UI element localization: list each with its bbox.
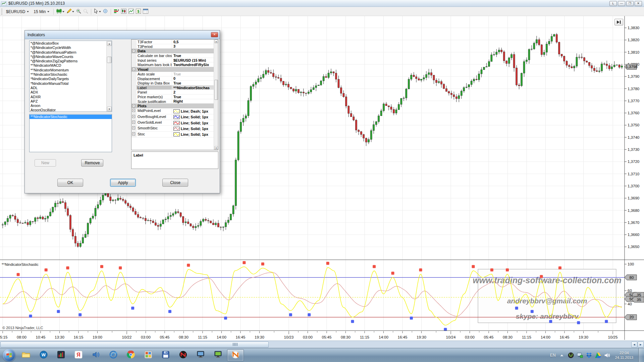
taskbar-chrome[interactable] xyxy=(122,349,139,361)
indicator-list-item[interactable]: Aroon xyxy=(30,104,106,108)
property-row-t3period[interactable]: T3Period3 xyxy=(131,44,214,49)
expand-icon[interactable]: + xyxy=(132,109,135,112)
property-row-display-in-data-box[interactable]: Display in Data BoxTrue xyxy=(131,81,214,85)
dialog-close-button[interactable]: ✕ xyxy=(211,32,218,37)
property-row-input-series[interactable]: Input series$EURUSD (15 Min) xyxy=(131,58,214,63)
property-value[interactable]: 3 xyxy=(172,44,214,49)
property-group-plots[interactable]: −Plots xyxy=(131,104,214,108)
taskbar-ninjatrader-control[interactable] xyxy=(53,349,69,361)
indicator-list-item[interactable]: *@NindicatorZigZagPatterns xyxy=(30,59,106,63)
minimize-button[interactable]: — xyxy=(618,1,625,6)
property-row-t3factor[interactable]: T3Factor0,5 xyxy=(131,40,214,44)
network-tray-icon[interactable] xyxy=(577,352,583,358)
property-row-midpointlevel[interactable]: +MidPointLevelLine; Dash; 1px xyxy=(131,108,214,114)
remove-button[interactable]: Remove xyxy=(81,159,103,167)
zoom-out-button[interactable] xyxy=(82,8,89,15)
property-value[interactable]: 0 xyxy=(172,76,214,81)
property-value[interactable]: $EURUSD (15 Min) xyxy=(172,58,214,62)
taskbar-clock[interactable]: 22:04 24.11.2013 xyxy=(613,351,635,360)
property-group-visual[interactable]: −Visual xyxy=(131,67,214,72)
instrument-selector[interactable]: $EURUSD xyxy=(4,8,31,15)
property-value[interactable]: Right xyxy=(172,99,214,104)
zoom-region-button[interactable] xyxy=(102,8,109,15)
indicator-list-item[interactable]: *NindicatorDailyTargets xyxy=(30,77,106,81)
property-value[interactable]: Line; Dash; 1px xyxy=(172,108,214,114)
scroll-left-button[interactable]: ◄ xyxy=(631,342,637,348)
google-drive-tray-icon[interactable] xyxy=(595,352,601,358)
selected-indicator-item[interactable]: *^NindicatorStochastic xyxy=(30,115,112,119)
indicator-list-item[interactable]: *@NindicatorBox xyxy=(30,41,106,46)
expand-icon[interactable]: + xyxy=(132,121,135,124)
indicator-list-item[interactable]: *@NindicatorManualPattern xyxy=(30,50,106,55)
taskbar-app-mosaic[interactable] xyxy=(140,349,157,361)
property-value[interactable]: True xyxy=(172,72,214,76)
property-row-maximum-bars-look-back[interactable]: Maximum bars look backTwoHundredFiftySix xyxy=(131,62,214,67)
toolbar-grip[interactable] xyxy=(1,9,2,15)
property-row-calculate-on-bar-close[interactable]: Calculate on bar closeTrue xyxy=(131,53,214,58)
property-row-oversoldlevel[interactable]: +OverSoldLevelLine; Solid; 1px xyxy=(131,120,214,126)
taskbar-yandex[interactable]: Я xyxy=(70,349,87,361)
property-value[interactable]: *^NindicatorStochas xyxy=(172,85,214,90)
collapse-icon[interactable]: − xyxy=(132,68,135,71)
line-chart-button[interactable] xyxy=(127,8,135,15)
taskbar-remote-desktop[interactable] xyxy=(192,349,209,361)
taskbar-sound-app[interactable] xyxy=(88,349,104,361)
property-row-scale-justification[interactable]: Scale justificationRight xyxy=(131,99,214,104)
taskbar-save-app[interactable] xyxy=(157,349,174,361)
property-row-panel[interactable]: Panel2 xyxy=(131,90,214,95)
market-analyzer-button[interactable] xyxy=(113,8,120,15)
indicator-list-item[interactable]: *^NindicatorStochastic xyxy=(30,72,106,77)
property-grid-scrollbar[interactable]: ▲ ▼ xyxy=(214,40,218,150)
language-indicator[interactable]: EN xyxy=(550,353,556,358)
indicator-list-item[interactable]: *NindicatorManualTotal xyxy=(30,81,106,86)
zoom-in-button[interactable] xyxy=(75,8,82,15)
property-value[interactable]: Line; Solid; 1px xyxy=(172,114,214,120)
indicator-list-item[interactable]: AroonOscillator xyxy=(30,108,106,112)
utorrent-tray-icon[interactable] xyxy=(568,352,574,358)
property-value[interactable]: True xyxy=(172,81,214,85)
scrollbar-thumb[interactable] xyxy=(214,80,218,100)
indicator-list-item[interactable]: *^NindicatorMomentum xyxy=(30,68,106,72)
expand-icon[interactable]: + xyxy=(132,115,135,118)
dialog-titlebar[interactable]: Indicators xyxy=(25,31,220,39)
property-value[interactable]: TwoHundredFiftySix xyxy=(172,62,214,67)
start-button[interactable] xyxy=(3,349,15,362)
dialog-close-action-button[interactable]: Close xyxy=(162,179,188,187)
dropbox-tray-icon[interactable] xyxy=(586,352,592,358)
property-row-stoc[interactable]: +StocLine; Solid; 1px xyxy=(131,132,214,137)
property-row-auto-scale[interactable]: Auto scaleTrue xyxy=(131,72,214,76)
property-value[interactable]: Line; Solid; 1px xyxy=(172,132,214,137)
property-value[interactable]: True xyxy=(172,95,214,99)
indicator-list-item[interactable]: ADX xyxy=(30,90,106,95)
data-grid-button[interactable] xyxy=(142,8,149,15)
property-row-overboughtlevel[interactable]: +OverBoughtLevelLine; Solid; 1px xyxy=(131,114,214,120)
property-value[interactable]: 0,5 xyxy=(172,40,214,44)
language-caption-button[interactable]: L xyxy=(609,1,617,6)
taskbar-ninjatrader-chart[interactable] xyxy=(227,349,244,361)
property-value[interactable]: 2 xyxy=(172,90,214,94)
scroll-down-icon[interactable]: ▼ xyxy=(214,146,218,150)
scroll-right-button[interactable]: ► xyxy=(638,342,644,348)
show-desktop-button[interactable] xyxy=(638,348,643,362)
expand-icon[interactable]: + xyxy=(132,132,135,135)
selected-indicators-list[interactable]: *^NindicatorStochastic xyxy=(29,114,112,152)
chart-hscrollbar[interactable]: ◄ ► xyxy=(0,341,644,348)
list-scrollbar[interactable]: ▲ ▼ xyxy=(106,41,112,112)
expand-icon[interactable]: + xyxy=(132,126,135,129)
property-row-smoothstoc[interactable]: +SmoothStocLine; Solid; 1px xyxy=(131,126,214,131)
apply-button[interactable]: Apply xyxy=(110,179,136,187)
indicator-list-item[interactable]: *^NindicatorMACD xyxy=(30,63,106,68)
new-button[interactable]: New xyxy=(35,159,56,167)
property-value[interactable]: True xyxy=(172,53,214,58)
property-value[interactable]: Line; Solid; 1px xyxy=(172,120,214,125)
interval-selector[interactable]: 15 Min xyxy=(31,8,52,15)
taskbar-internet-explorer[interactable]: e xyxy=(105,349,122,361)
restore-button[interactable]: ❐ xyxy=(626,1,634,6)
volume-tray-icon[interactable] xyxy=(604,352,610,358)
chart-window-button[interactable] xyxy=(120,8,127,15)
close-button[interactable]: ✕ xyxy=(635,1,642,6)
taskbar-ninjatrader-red[interactable] xyxy=(175,349,192,361)
scroll-up-icon[interactable]: ▲ xyxy=(107,41,112,46)
indicator-list-item[interactable]: *@NindicatorCycleWidth xyxy=(30,46,106,50)
hidden-icons-arrow[interactable] xyxy=(559,352,565,358)
